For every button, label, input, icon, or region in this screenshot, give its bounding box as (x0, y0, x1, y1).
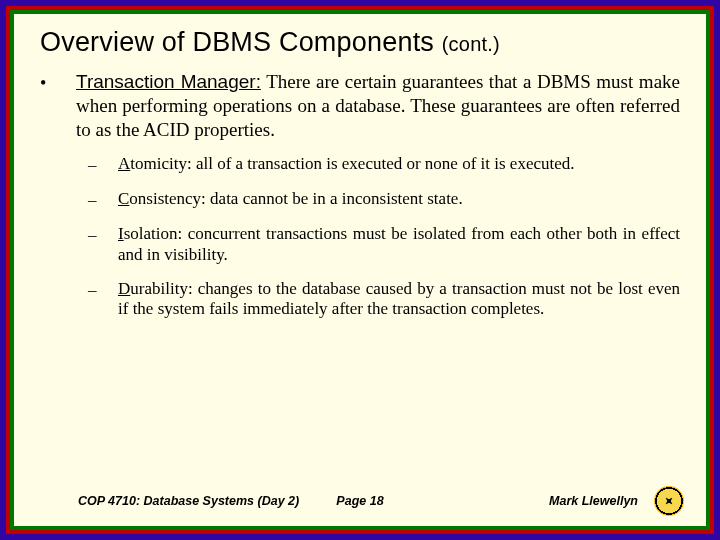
sub-text: Durability: changes to the database caus… (118, 279, 680, 320)
sub-term: solation: (124, 224, 183, 243)
footer-course: COP 4710: Database Systems (Day 2) (78, 494, 299, 508)
sub-term: tomicity: (130, 154, 191, 173)
footer-page: Page 18 (336, 494, 383, 508)
title-cont: (cont.) (442, 33, 500, 55)
sub-isolation: – Isolation: concurrent transactions mus… (88, 224, 680, 265)
footer-right: Mark Llewellyn (549, 486, 684, 516)
acid-letter: D (118, 279, 130, 298)
slide-border-red: Overview of DBMS Components (cont.) • Tr… (6, 6, 714, 534)
slide-title: Overview of DBMS Components (cont.) (40, 26, 680, 58)
sub-body: concurrent transactions must be isolated… (118, 224, 680, 263)
sub-term: onsistency: (129, 189, 206, 208)
acid-letter: A (118, 154, 130, 173)
acid-letter: C (118, 189, 129, 208)
sub-consistency: – Consistency: data cannot be in a incon… (88, 189, 680, 210)
sub-atomicity: – Atomicity: all of a transaction is exe… (88, 154, 680, 175)
sub-text: Isolation: concurrent transactions must … (118, 224, 680, 265)
sub-text: Consistency: data cannot be in a inconsi… (118, 189, 680, 210)
sub-dash: – (88, 189, 118, 210)
sub-text: Atomicity: all of a transaction is execu… (118, 154, 680, 175)
sub-durability: – Durability: changes to the database ca… (88, 279, 680, 320)
sub-bullets: – Atomicity: all of a transaction is exe… (88, 154, 680, 320)
bullet-marker: • (40, 70, 76, 141)
sub-dash: – (88, 154, 118, 175)
slide-body: • Transaction Manager: There are certain… (40, 70, 680, 319)
title-main: Overview of DBMS Components (40, 27, 434, 57)
ucf-logo-icon (654, 486, 684, 516)
sub-term: urability: (130, 279, 192, 298)
bullet-lead: Transaction Manager: (76, 71, 261, 92)
sub-body: data cannot be in a inconsistent state. (206, 189, 463, 208)
slide-content: Overview of DBMS Components (cont.) • Tr… (10, 10, 710, 530)
sub-body: changes to the database caused by a tran… (118, 279, 680, 318)
bullet-main: • Transaction Manager: There are certain… (40, 70, 680, 141)
bullet-text: Transaction Manager: There are certain g… (76, 70, 680, 141)
sub-dash: – (88, 224, 118, 265)
slide-footer: COP 4710: Database Systems (Day 2) Page … (14, 486, 706, 516)
slide-frame: Overview of DBMS Components (cont.) • Tr… (0, 0, 720, 540)
sub-body: all of a transaction is executed or none… (192, 154, 575, 173)
footer-author: Mark Llewellyn (549, 494, 638, 508)
sub-dash: – (88, 279, 118, 320)
